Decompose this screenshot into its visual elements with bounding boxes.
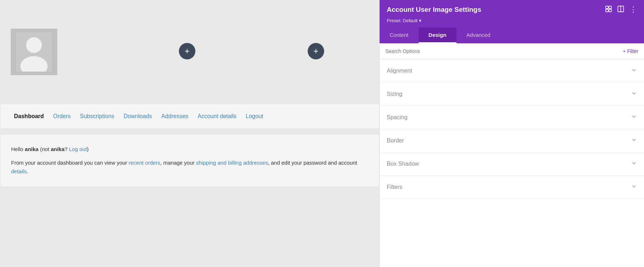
nav-item-orders[interactable]: Orders (50, 111, 74, 121)
spacing-chevron-icon (631, 114, 637, 121)
nav-item-addresses[interactable]: Addresses (158, 111, 191, 121)
section-alignment: Alignment (380, 59, 644, 83)
border-chevron-icon (631, 137, 637, 144)
section-sizing-label: Sizing (387, 91, 402, 97)
nav-item-dashboard[interactable]: Dashboard (11, 111, 47, 121)
panel-tabs: Content Design Advanced (380, 28, 644, 43)
add-button-1[interactable]: + (179, 43, 195, 59)
billing-link[interactable]: shipping and billing addresses (196, 160, 268, 166)
section-sizing: Sizing (380, 83, 644, 106)
manage-text: , manage your (160, 160, 196, 166)
tab-design[interactable]: Design (419, 28, 457, 43)
add-button-2[interactable]: + (308, 43, 324, 59)
recent-orders-link[interactable]: recent orders (129, 160, 160, 166)
section-box-shadow: Box Shadow (380, 152, 644, 176)
tab-advanced[interactable]: Advanced (457, 28, 501, 43)
filter-button[interactable]: + Filter (617, 43, 644, 59)
more-options-icon[interactable]: ⋮ (629, 5, 637, 14)
panel-title: Account User Image Settings (387, 6, 481, 14)
search-bar: + Filter (380, 43, 644, 59)
filters-chevron-icon (631, 184, 637, 191)
section-box-shadow-header[interactable]: Box Shadow (387, 152, 637, 175)
svg-point-1 (26, 37, 42, 53)
username-2: anika (51, 146, 64, 152)
right-panel: Account User Image Settings (379, 0, 644, 267)
section-border-header[interactable]: Border (387, 129, 637, 152)
panel-header: Account User Image Settings (380, 0, 644, 28)
details-link[interactable]: details (11, 168, 26, 174)
panel-title-row: Account User Image Settings (387, 5, 637, 14)
svg-rect-4 (609, 6, 611, 9)
main-content: + + Dashboard Orders Subscriptions Downl… (0, 0, 379, 267)
section-spacing: Spacing (380, 106, 644, 129)
nav-bar: Dashboard Orders Subscriptions Downloads… (0, 104, 379, 129)
logout-link[interactable]: Log out (69, 146, 87, 152)
panel-header-icons: ⋮ (605, 5, 637, 14)
nav-item-logout[interactable]: Logout (243, 111, 266, 121)
nav-item-downloads[interactable]: Downloads (121, 111, 155, 121)
search-input[interactable] (380, 43, 617, 59)
section-sizing-header[interactable]: Sizing (387, 83, 637, 106)
maximize-icon[interactable] (605, 5, 612, 14)
section-filters-label: Filters (387, 184, 402, 190)
svg-rect-6 (609, 9, 611, 12)
username-1: anika (25, 146, 38, 152)
desc-start: From your account dashboard you can view… (11, 160, 129, 166)
greeting-text: Hello (11, 146, 25, 152)
section-filters: Filters (380, 176, 644, 199)
tab-content[interactable]: Content (380, 28, 419, 43)
section-border-label: Border (387, 137, 404, 144)
account-text: , and edit your password and account (268, 160, 357, 166)
section-filters-header[interactable]: Filters (387, 176, 637, 199)
box-shadow-chevron-icon (631, 160, 637, 168)
svg-rect-3 (606, 6, 608, 9)
preset-selector[interactable]: Preset: Default ▾ (387, 18, 637, 28)
section-alignment-header[interactable]: Alignment (387, 59, 637, 82)
welcome-desc: From your account dashboard you can view… (11, 159, 368, 176)
preset-chevron-icon: ▾ (419, 18, 421, 23)
split-view-icon[interactable] (617, 5, 624, 14)
section-box-shadow-label: Box Shadow (387, 161, 419, 167)
section-border: Border (380, 129, 644, 152)
alignment-chevron-icon (631, 67, 637, 74)
nav-item-subscriptions[interactable]: Subscriptions (77, 111, 117, 121)
welcome-text: Hello anika (not anika? Log out) (11, 145, 368, 154)
nav-item-account-details[interactable]: Account details (195, 111, 239, 121)
top-area: + + (0, 0, 379, 104)
svg-rect-5 (606, 9, 608, 12)
section-spacing-label: Spacing (387, 114, 408, 121)
section-alignment-label: Alignment (387, 68, 412, 74)
welcome-section: Hello anika (not anika? Log out) From yo… (0, 134, 379, 187)
not-text: (not (39, 146, 51, 152)
sizing-chevron-icon (631, 91, 637, 98)
section-spacing-header[interactable]: Spacing (387, 106, 637, 129)
settings-list: Alignment Sizing Spacing (380, 59, 644, 267)
avatar (11, 29, 57, 75)
